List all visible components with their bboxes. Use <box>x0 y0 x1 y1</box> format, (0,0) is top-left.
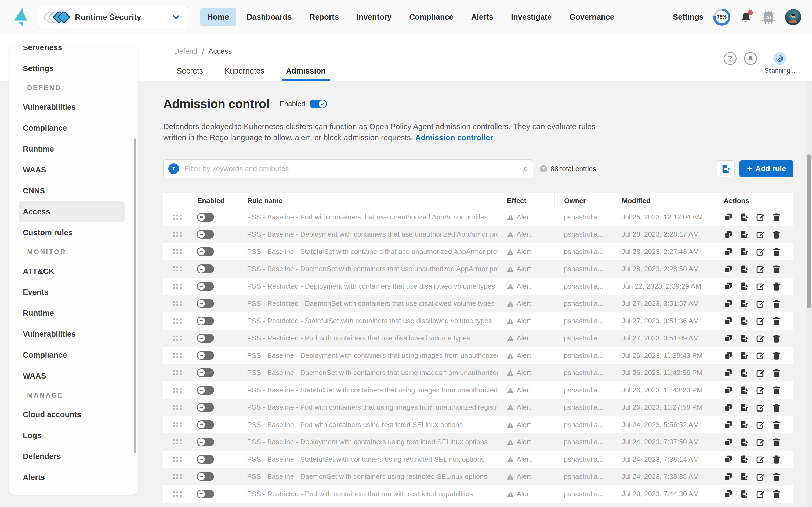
drag-handle[interactable] <box>163 347 188 364</box>
copy-icon[interactable] <box>724 403 733 412</box>
drag-handle[interactable] <box>163 295 188 313</box>
drag-handle[interactable] <box>163 226 188 243</box>
export-icon[interactable] <box>740 351 749 360</box>
clear-filter-icon[interactable]: × <box>522 164 527 173</box>
rule-enabled-toggle[interactable] <box>197 420 214 429</box>
delete-icon[interactable] <box>772 265 781 274</box>
sidebar-item-compliance[interactable]: Compliance <box>18 117 124 138</box>
sidebar-item-alerts[interactable]: Alerts <box>18 467 124 488</box>
sidebar-item-settings[interactable]: Settings <box>18 58 124 79</box>
page-scrollbar-track[interactable] <box>806 81 812 507</box>
filter-icon[interactable] <box>168 163 179 174</box>
export-icon[interactable] <box>740 455 749 464</box>
export-icon[interactable] <box>740 316 749 325</box>
rule-enabled-toggle[interactable] <box>197 230 214 239</box>
copy-icon[interactable] <box>724 386 733 395</box>
copy-icon[interactable] <box>724 334 733 343</box>
edit-icon[interactable] <box>756 334 765 343</box>
delete-icon[interactable] <box>772 438 781 447</box>
export-icon[interactable] <box>740 247 749 256</box>
copy-icon[interactable] <box>724 368 733 378</box>
rule-enabled-toggle[interactable] <box>197 334 214 343</box>
copy-icon[interactable] <box>724 265 733 274</box>
rule-enabled-toggle[interactable] <box>197 472 214 481</box>
rule-enabled-toggle[interactable] <box>197 247 214 256</box>
filter-input[interactable] <box>185 165 522 173</box>
delete-icon[interactable] <box>772 420 781 429</box>
copy-icon[interactable] <box>724 438 733 447</box>
alerts-bell-button[interactable] <box>744 52 757 65</box>
rule-enabled-toggle[interactable] <box>197 282 214 291</box>
delete-icon[interactable] <box>772 386 781 395</box>
ai-icon[interactable]: AI <box>762 10 775 24</box>
tab-kubernetes[interactable]: Kubernetes <box>220 66 268 81</box>
notifications-bell-icon[interactable] <box>740 11 752 23</box>
product-switcher[interactable]: Runtime Security <box>38 6 188 29</box>
rule-enabled-toggle[interactable] <box>197 368 214 377</box>
rule-enabled-toggle[interactable] <box>197 351 214 360</box>
export-icon[interactable] <box>740 282 749 291</box>
drag-handle[interactable] <box>163 434 188 451</box>
settings-link[interactable]: Settings <box>673 13 704 21</box>
avatar[interactable] <box>785 9 801 25</box>
delete-icon[interactable] <box>772 455 781 464</box>
sidebar-scrollbar[interactable] <box>134 138 137 453</box>
admission-controller-link[interactable]: Admission controller <box>415 133 493 142</box>
copy-icon[interactable] <box>724 420 733 429</box>
drag-handle[interactable] <box>163 468 188 486</box>
rule-enabled-toggle[interactable] <box>197 265 214 273</box>
tab-secrets[interactable]: Secrets <box>172 66 207 81</box>
nav-item-compliance[interactable]: Compliance <box>402 8 460 26</box>
nav-item-inventory[interactable]: Inventory <box>350 8 399 26</box>
export-icon[interactable] <box>740 334 749 343</box>
copy-icon[interactable] <box>724 247 733 256</box>
edit-icon[interactable] <box>756 438 765 447</box>
sidebar-item-waas[interactable]: WAAS <box>18 159 124 180</box>
rule-enabled-toggle[interactable] <box>197 403 214 412</box>
rule-enabled-toggle[interactable] <box>197 317 214 325</box>
rule-enabled-toggle[interactable] <box>197 213 214 222</box>
edit-icon[interactable] <box>756 489 765 498</box>
sidebar-item-custom-rules[interactable]: Custom rules <box>18 222 124 243</box>
rule-enabled-toggle[interactable] <box>197 455 214 464</box>
delete-icon[interactable] <box>772 247 781 256</box>
edit-icon[interactable] <box>756 213 765 222</box>
logo-icon[interactable] <box>11 6 30 28</box>
rule-enabled-toggle[interactable] <box>197 386 214 395</box>
copy-icon[interactable] <box>724 489 733 498</box>
sidebar-item-cloud-accounts[interactable]: Cloud accounts <box>18 404 124 425</box>
copy-icon[interactable] <box>724 230 733 239</box>
table-header-modified[interactable]: Modified <box>612 193 714 209</box>
rule-enabled-toggle[interactable] <box>197 299 214 308</box>
export-icon[interactable] <box>740 438 749 447</box>
delete-icon[interactable] <box>772 316 781 325</box>
drag-handle[interactable] <box>163 485 188 503</box>
edit-icon[interactable] <box>756 247 765 256</box>
drag-handle[interactable] <box>163 330 188 347</box>
delete-icon[interactable] <box>772 489 781 498</box>
edit-icon[interactable] <box>756 472 765 481</box>
edit-icon[interactable] <box>756 230 765 239</box>
export-icon[interactable] <box>740 230 749 239</box>
delete-icon[interactable] <box>772 351 781 360</box>
delete-icon[interactable] <box>772 403 781 412</box>
drag-handle[interactable] <box>163 209 188 226</box>
copy-icon[interactable] <box>724 455 733 464</box>
sidebar-item-collections-and-tags[interactable]: Collections and Tags <box>18 488 124 495</box>
sidebar-item-vulnerabilities[interactable]: Vulnerabilities <box>18 324 124 344</box>
nav-item-dashboards[interactable]: Dashboards <box>240 8 299 26</box>
nav-item-investigate[interactable]: Investigate <box>504 8 559 26</box>
delete-icon[interactable] <box>772 230 781 239</box>
delete-icon[interactable] <box>772 213 781 222</box>
rule-enabled-toggle[interactable] <box>197 438 214 446</box>
nav-item-alerts[interactable]: Alerts <box>464 8 500 26</box>
copy-icon[interactable] <box>724 282 733 291</box>
nav-item-reports[interactable]: Reports <box>302 8 346 26</box>
copy-icon[interactable] <box>724 213 733 222</box>
sidebar-item-serverless[interactable]: Serverless <box>18 46 124 58</box>
sidebar-item-runtime[interactable]: Runtime <box>18 302 124 324</box>
edit-icon[interactable] <box>756 455 765 464</box>
delete-icon[interactable] <box>772 299 781 308</box>
nav-item-home[interactable]: Home <box>200 8 236 26</box>
copy-icon[interactable] <box>724 472 733 481</box>
